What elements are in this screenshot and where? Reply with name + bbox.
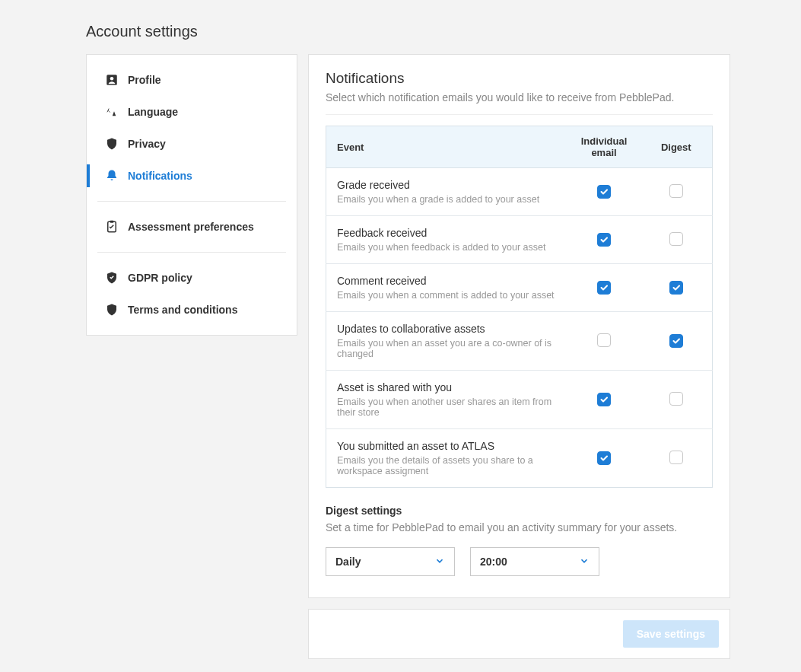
notifications-table: Event Individual email Digest Grade rece…: [326, 126, 713, 488]
sidebar-item-label: Profile: [128, 74, 161, 86]
individual-email-checkbox[interactable]: [597, 333, 611, 347]
sidebar-item-label: Assessment preferences: [128, 221, 254, 233]
table-row: Feedback receivedEmails you when feedbac…: [326, 216, 713, 264]
page-title: Account settings: [86, 23, 730, 40]
language-icon: [105, 105, 119, 119]
sidebar-item-label: Language: [128, 106, 178, 118]
event-title: Comment received: [337, 275, 558, 287]
clipboard-icon: [105, 220, 119, 234]
event-title: Grade received: [337, 179, 558, 191]
sidebar-item-label: Privacy: [128, 138, 166, 150]
digest-checkbox[interactable]: [669, 334, 683, 348]
event-desc: Emails you when another user shares an i…: [337, 397, 558, 418]
table-row: Grade receivedEmails you when a grade is…: [326, 168, 713, 216]
sidebar-item-privacy[interactable]: Privacy: [87, 128, 297, 160]
sidebar-item-label: Notifications: [128, 170, 192, 182]
sidebar-item-notifications[interactable]: Notifications: [87, 160, 297, 192]
digest-settings-desc: Set a time for PebblePad to email you an…: [326, 521, 713, 533]
digest-checkbox[interactable]: [669, 184, 683, 198]
individual-email-checkbox[interactable]: [597, 281, 611, 295]
notifications-panel: Notifications Select which notification …: [308, 54, 730, 598]
svg-rect-3: [110, 221, 114, 223]
sidebar-item-terms[interactable]: Terms and conditions: [87, 294, 297, 326]
event-title: You submitted an asset to ATLAS: [337, 440, 558, 452]
digest-checkbox[interactable]: [669, 392, 683, 406]
col-header-event: Event: [326, 126, 568, 168]
event-desc: Emails you when a comment is added to yo…: [337, 290, 558, 301]
sidebar-item-label: GDPR policy: [128, 272, 192, 284]
table-row: Updates to collaborative assetsEmails yo…: [326, 312, 713, 371]
event-title: Updates to collaborative assets: [337, 323, 558, 335]
footer-panel: Save settings: [308, 609, 730, 659]
event-title: Asset is shared with you: [337, 381, 558, 393]
digest-time-select[interactable]: 20:00: [470, 547, 599, 576]
table-row: You submitted an asset to ATLASEmails yo…: [326, 429, 713, 488]
digest-time-value: 20:00: [480, 556, 507, 568]
bell-icon: [105, 169, 119, 183]
sidebar-item-assessment[interactable]: Assessment preferences: [87, 211, 297, 243]
individual-email-checkbox[interactable]: [597, 451, 611, 465]
table-row: Asset is shared with youEmails you when …: [326, 371, 713, 429]
digest-frequency-value: Daily: [335, 556, 361, 568]
table-row: Comment receivedEmails you when a commen…: [326, 264, 713, 312]
svg-point-1: [110, 77, 114, 81]
user-icon: [105, 73, 119, 87]
col-header-individual: Individual email: [568, 126, 640, 168]
sidebar-item-label: Terms and conditions: [128, 304, 237, 316]
chevron-down-icon: [579, 556, 590, 568]
sidebar-item-language[interactable]: Language: [87, 96, 297, 128]
digest-frequency-select[interactable]: Daily: [326, 547, 455, 576]
chevron-down-icon: [434, 556, 445, 568]
shield-check-icon: [105, 271, 119, 285]
event-desc: Emails you when a grade is added to your…: [337, 194, 558, 205]
settings-sidebar: Profile Language Privacy: [86, 54, 297, 336]
digest-checkbox[interactable]: [669, 451, 683, 464]
event-desc: Emails you when an asset you are a co-ow…: [337, 338, 558, 359]
individual-email-checkbox[interactable]: [597, 393, 611, 406]
panel-description: Select which notification emails you wou…: [326, 91, 713, 115]
panel-title: Notifications: [326, 70, 713, 87]
save-settings-button[interactable]: Save settings: [623, 620, 719, 648]
digest-checkbox[interactable]: [669, 232, 683, 246]
event-title: Feedback received: [337, 227, 558, 239]
digest-checkbox[interactable]: [669, 281, 683, 295]
individual-email-checkbox[interactable]: [597, 185, 611, 199]
individual-email-checkbox[interactable]: [597, 233, 611, 247]
shield-icon: [105, 137, 119, 151]
event-desc: Emails you when feedback is added to you…: [337, 242, 558, 253]
shield-icon: [105, 303, 119, 317]
digest-settings-heading: Digest settings: [326, 505, 713, 517]
sidebar-item-profile[interactable]: Profile: [87, 64, 297, 96]
event-desc: Emails you the details of assets you sha…: [337, 455, 558, 476]
col-header-digest: Digest: [640, 126, 713, 168]
sidebar-item-gdpr[interactable]: GDPR policy: [87, 262, 297, 294]
